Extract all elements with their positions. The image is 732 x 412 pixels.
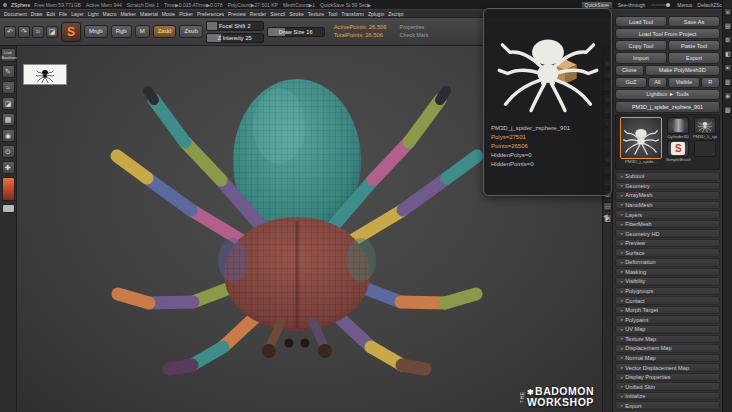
menu-item[interactable]: Marker	[120, 11, 136, 17]
diamond-icon[interactable]: ◈	[724, 92, 732, 100]
texture-icon[interactable]: ▦	[2, 113, 15, 126]
active-tool-thumbnail[interactable]	[620, 117, 662, 159]
current-brush-button[interactable]: S	[61, 22, 81, 42]
simplebrush-thumbnail[interactable]: S	[667, 140, 689, 157]
rgb-button[interactable]: Rgb	[111, 25, 132, 38]
transform-icon[interactable]: ✚	[2, 161, 15, 174]
tool-section-header[interactable]: ▸ Masking	[615, 268, 720, 277]
z-intensity-slider[interactable]: Z Intensity25	[206, 33, 264, 43]
grid-icon[interactable]: ▥	[724, 78, 732, 86]
tool-section-header[interactable]: ▸ Contact	[615, 296, 720, 305]
tool-section-header[interactable]: ▸ Morph Target	[615, 306, 720, 315]
tool-section-header[interactable]: ▸ Surface	[615, 248, 720, 257]
mrgb-button[interactable]: Mrgb	[84, 25, 108, 38]
m-button[interactable]: M	[135, 25, 150, 38]
menu-item[interactable]: Document	[4, 11, 27, 17]
live-boolean-button[interactable]: Live Boolean	[1, 48, 16, 62]
dock-icon[interactable]: ◧	[724, 50, 732, 58]
tool-section-header[interactable]: ▸ ArrayMesh	[615, 191, 720, 200]
star-icon[interactable]: ✦	[724, 64, 732, 72]
tool-section-header[interactable]: ▸ Normal Map	[615, 354, 720, 363]
tool-section-header[interactable]: ▸ Subtool	[615, 172, 720, 181]
tool-section-header[interactable]: ▸ Initialize	[615, 392, 720, 401]
alpha-icon[interactable]: ◪	[2, 97, 15, 110]
settings-icon[interactable]: ⚙	[724, 36, 732, 44]
picker-icon[interactable]: ⊙	[2, 145, 15, 158]
menu-item[interactable]: Preview	[228, 11, 246, 17]
menu-item[interactable]: Stencil	[270, 11, 285, 17]
make-polymesh3d-button[interactable]: Make PolyMesh3D	[645, 65, 720, 76]
export-button[interactable]: Export	[668, 52, 720, 63]
clone-button[interactable]: Clone	[615, 65, 644, 76]
tool-section-header[interactable]: ▸ Preview	[615, 239, 720, 248]
menu-item[interactable]: File	[59, 11, 67, 17]
tool-section-header[interactable]: ▸ Display Properties	[615, 373, 720, 382]
save-as-button[interactable]: Save As	[668, 16, 720, 27]
alpha-tile-icon[interactable]: ◪	[46, 26, 58, 38]
menu-item[interactable]: Preferences	[197, 11, 224, 17]
menu-item[interactable]: Macro	[103, 11, 117, 17]
paste-tool-button[interactable]: Paste Tool	[668, 40, 720, 51]
stroke-icon[interactable]: ≈	[2, 81, 15, 94]
tool-section-header[interactable]: ▸ NanoMesh	[615, 201, 720, 210]
menu-item[interactable]: Light	[88, 11, 99, 17]
load-tool-button[interactable]: Load Tool	[615, 16, 667, 27]
tool-section-header[interactable]: ▸ Unified Skin	[615, 382, 720, 391]
tool-section-header[interactable]: ▸ FiberMesh	[615, 220, 720, 229]
divider-icon[interactable]: ▤	[724, 22, 732, 30]
brush-icon[interactable]: ✎	[2, 65, 15, 78]
tool-section-header[interactable]: ▸ Visibility	[615, 277, 720, 286]
tool-section-header[interactable]: ▸ UV Map	[615, 325, 720, 334]
goz-button[interactable]: GoZ	[615, 77, 647, 88]
redo-icon[interactable]: ↷	[18, 26, 30, 38]
tool-section-header[interactable]: ▸ Polypaint	[615, 315, 720, 324]
menus-toggle[interactable]: Menus	[677, 2, 692, 8]
goz-visible-button[interactable]: Visible	[668, 77, 700, 88]
actual-size-icon[interactable]: ▭	[603, 202, 612, 211]
slider-knob[interactable]	[666, 3, 670, 7]
menu-item[interactable]: Zscript	[388, 11, 403, 17]
tool-section-header[interactable]: ▸ Displacement Map	[615, 344, 720, 353]
tool-section-header[interactable]: ▸ Polygroups	[615, 287, 720, 296]
spider-tool-thumbnail[interactable]	[694, 117, 716, 134]
lightbox-tools-button[interactable]: Lightbox ► Tools	[615, 89, 720, 100]
menu-item[interactable]: Transform	[341, 11, 364, 17]
tool-preview-3d[interactable]	[487, 12, 608, 120]
color-gradient-icon[interactable]	[2, 177, 15, 201]
undo-icon[interactable]: ↶	[4, 26, 16, 38]
main-color-swatch[interactable]	[2, 204, 15, 213]
zadd-button[interactable]: Zadd	[153, 25, 177, 38]
menu-item[interactable]: Draw	[31, 11, 43, 17]
copy-tool-button[interactable]: Copy Tool	[615, 40, 667, 51]
menu-item[interactable]: Tool	[328, 11, 337, 17]
cylinder3d-thumbnail[interactable]	[667, 117, 689, 134]
shade-icon[interactable]: ▧	[724, 106, 732, 114]
tool-section-header[interactable]: ▸ Geometry	[615, 182, 720, 191]
goz-r-button[interactable]: R	[701, 77, 720, 88]
tool-section-header[interactable]: ▸ Vector Displacement Map	[615, 363, 720, 372]
tool-section-header[interactable]: ▸ Texture Map	[615, 335, 720, 344]
zsub-button[interactable]: Zsub	[179, 25, 202, 38]
load-tool-from-project-button[interactable]: Load Tool From Project	[615, 28, 720, 39]
menu-item[interactable]: Material	[140, 11, 158, 17]
active-tool-name[interactable]: PM3D_j_spider_zsphere_901	[615, 101, 720, 113]
import-button[interactable]: Import	[615, 52, 667, 63]
tool-section-header[interactable]: ▸ Deformation	[615, 258, 720, 267]
stroke-tile-icon[interactable]: ≈	[32, 26, 44, 38]
tool-section-header[interactable]: ▸ Export	[615, 401, 720, 410]
menu-handle-icon[interactable]: ≡	[724, 8, 732, 16]
menu-item[interactable]: Layer	[71, 11, 84, 17]
panel-divider-handle[interactable]: ◀	[603, 212, 608, 219]
tool-section-header[interactable]: ▸ Layers	[615, 210, 720, 219]
material-icon[interactable]: ◉	[2, 129, 15, 142]
menu-item[interactable]: Edit	[46, 11, 55, 17]
menu-item[interactable]: Render	[250, 11, 266, 17]
menu-item[interactable]: Texture	[308, 11, 324, 17]
focal-shift-slider[interactable]: Focal Shift2	[206, 21, 264, 31]
tool-section-header[interactable]: ▸ Geometry HD	[615, 229, 720, 238]
menu-item[interactable]: Stroke	[289, 11, 303, 17]
menu-item[interactable]: Zplugin	[368, 11, 384, 17]
menu-item[interactable]: Movie	[162, 11, 175, 17]
menu-item[interactable]: Picker	[179, 11, 193, 17]
goz-all-button[interactable]: All	[648, 77, 667, 88]
